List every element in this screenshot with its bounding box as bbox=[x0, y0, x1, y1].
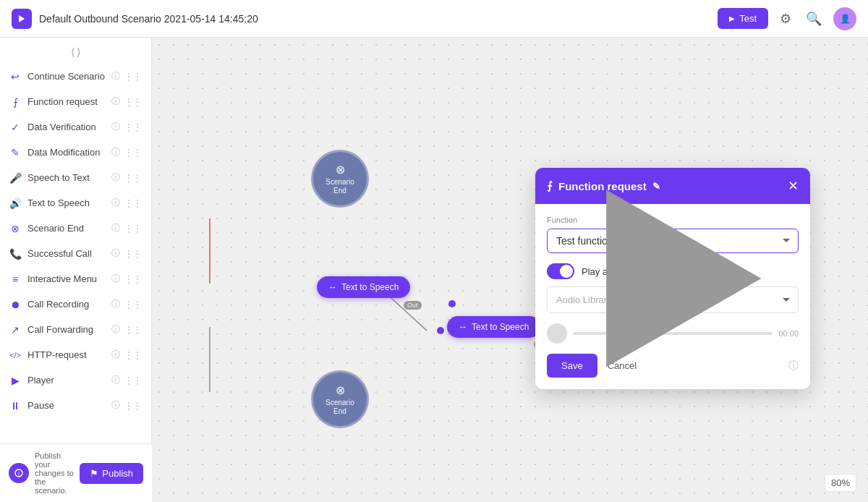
info-button[interactable]: ⓘ bbox=[111, 399, 121, 412]
drag-handle[interactable]: ⋮⋮ bbox=[124, 323, 142, 336]
item-actions: ⓘ ⋮⋮ bbox=[111, 69, 142, 83]
sidebar-item-player[interactable]: ▶ Player ⓘ ⋮⋮ bbox=[0, 367, 151, 393]
player-icon: ▶ bbox=[9, 375, 22, 386]
text-to-speech-node-1[interactable]: ↔ Text to Speech bbox=[317, 276, 410, 298]
sidebar-item-label: Continue Scenario bbox=[27, 71, 105, 82]
info-button[interactable]: ⓘ bbox=[111, 272, 121, 286]
info-button[interactable]: ⓘ bbox=[111, 95, 121, 109]
header: Default Outbound Scenario 2021-05-14 14:… bbox=[0, 0, 868, 38]
item-actions: ⓘ ⋮⋮ bbox=[111, 297, 142, 311]
scenario-end-node-1[interactable]: ⊗ ScenarioEnd bbox=[311, 150, 369, 208]
sidebar-item-label: Pause bbox=[27, 400, 105, 411]
svg-text:!: ! bbox=[18, 470, 20, 477]
panel-function-icon: ⨍ bbox=[547, 179, 553, 192]
drag-handle[interactable]: ⋮⋮ bbox=[124, 171, 142, 184]
scenario-end-icon: ⊗ bbox=[9, 223, 22, 234]
sidebar-item-label: Interactive Menu bbox=[27, 273, 105, 284]
sidebar-item-successful-call[interactable]: 📞 Successful Call ⓘ ⋮⋮ bbox=[0, 241, 151, 266]
tts-icon-2: ↔ bbox=[459, 322, 467, 332]
drag-handle[interactable]: ⋮⋮ bbox=[124, 221, 142, 235]
speech-to-text-icon: 🎤 bbox=[9, 172, 22, 184]
sidebar-item-label: Scenario End bbox=[27, 223, 105, 234]
sidebar-item-pause[interactable]: ⏸ Pause ⓘ ⋮⋮ bbox=[0, 393, 151, 418]
scenario-end-icon-node-2: ⊗ bbox=[336, 383, 345, 397]
panel-info-icon[interactable]: ⓘ bbox=[788, 360, 799, 373]
drag-handle[interactable]: ⋮⋮ bbox=[124, 348, 142, 362]
text-to-speech-node-2[interactable]: ↔ Text to Speech bbox=[447, 316, 540, 338]
drag-handle[interactable]: ⋮⋮ bbox=[124, 247, 142, 260]
sidebar-item-label: Speech to Text bbox=[27, 172, 105, 183]
drag-handle[interactable]: ⋮⋮ bbox=[124, 297, 142, 311]
audio-play-button[interactable] bbox=[547, 323, 567, 344]
play-audio-info-icon[interactable]: ⓘ bbox=[633, 265, 643, 278]
data-verification-icon: ✓ bbox=[9, 122, 22, 133]
sidebar-item-function-request[interactable]: ⨍ Function request ⓘ ⋮⋮ bbox=[0, 89, 151, 114]
drag-handle[interactable]: ⋮⋮ bbox=[124, 272, 142, 286]
sidebar-item-speech-to-text[interactable]: 🎤 Speech to Text ⓘ ⋮⋮ bbox=[0, 165, 151, 190]
info-button[interactable]: ⓘ bbox=[111, 145, 121, 159]
text-to-speech-icon: 🔊 bbox=[9, 197, 22, 209]
test-button[interactable]: ▶ Test bbox=[718, 8, 768, 29]
info-button[interactable]: ⓘ bbox=[111, 196, 121, 210]
info-button[interactable]: ⓘ bbox=[111, 247, 121, 260]
item-actions: ⓘ ⋮⋮ bbox=[111, 120, 142, 134]
drag-handle[interactable]: ⋮⋮ bbox=[124, 373, 142, 387]
sidebar-item-text-to-speech[interactable]: 🔊 Text to Speech ⓘ ⋮⋮ bbox=[0, 190, 151, 216]
info-button[interactable]: ⓘ bbox=[111, 120, 121, 134]
audio-progress-bar[interactable] bbox=[573, 332, 773, 335]
collapse-sidebar-button[interactable]: ⟨ ⟩ bbox=[71, 46, 81, 58]
sidebar-item-interactive-menu[interactable]: ≡ Interactive Menu ⓘ ⋮⋮ bbox=[0, 266, 151, 292]
drag-handle[interactable]: ⋮⋮ bbox=[124, 69, 142, 83]
drag-handle[interactable]: ⋮⋮ bbox=[124, 196, 142, 210]
drag-handle[interactable]: ⋮⋮ bbox=[124, 399, 142, 412]
drag-handle[interactable]: ⋮⋮ bbox=[124, 145, 142, 159]
toggle-row: Play audio ⓘ bbox=[547, 263, 799, 279]
sidebar-item-call-recording[interactable]: ⏺ Call Recording ⓘ ⋮⋮ bbox=[0, 292, 151, 317]
play-audio-toggle[interactable] bbox=[547, 263, 574, 279]
audio-library-select[interactable]: Audio Library bbox=[547, 286, 799, 313]
info-button[interactable]: ⓘ bbox=[111, 348, 121, 362]
function-request-panel: ⨍ Function request ✎ ✕ Function Test fun… bbox=[535, 168, 810, 389]
svg-marker-0 bbox=[19, 15, 25, 22]
search-icon[interactable]: 🔍 bbox=[803, 8, 825, 30]
sidebar-item-data-modification[interactable]: ✎ Data Modification ⓘ ⋮⋮ bbox=[0, 140, 151, 165]
panel-edit-icon[interactable]: ✎ bbox=[652, 181, 660, 192]
drag-handle[interactable]: ⋮⋮ bbox=[124, 95, 142, 109]
save-button[interactable]: Save bbox=[547, 354, 597, 378]
scenario-end-node-2[interactable]: ⊗ ScenarioEnd bbox=[311, 370, 369, 428]
sidebar-item-label: HTTP-request bbox=[27, 349, 105, 360]
scenario-end-label-2: ScenarioEnd bbox=[326, 399, 354, 416]
out-badge-1: Out bbox=[404, 301, 422, 310]
sidebar-item-label: Player bbox=[27, 375, 105, 386]
function-label: Function bbox=[547, 216, 799, 224]
info-button[interactable]: ⓘ bbox=[111, 297, 121, 311]
publish-description: Publish your changes to the scenario. bbox=[35, 451, 74, 495]
zoom-level: 80% bbox=[825, 474, 856, 492]
sidebar-toggle[interactable]: ⟨ ⟩ bbox=[0, 43, 151, 64]
sidebar-item-call-forwarding[interactable]: ↗ Call Forwarding ⓘ ⋮⋮ bbox=[0, 317, 151, 342]
drag-handle[interactable]: ⋮⋮ bbox=[124, 120, 142, 134]
publish-button[interactable]: ⚑ Publish bbox=[80, 463, 143, 484]
cancel-button[interactable]: Cancel bbox=[605, 354, 639, 378]
item-actions: ⓘ ⋮⋮ bbox=[111, 272, 142, 286]
user-avatar[interactable]: 👤 bbox=[833, 7, 856, 30]
sidebar-item-continue-scenario[interactable]: ↩ Continue Scenario ⓘ ⋮⋮ bbox=[0, 64, 151, 89]
item-actions: ⓘ ⋮⋮ bbox=[111, 221, 142, 235]
item-actions: ⓘ ⋮⋮ bbox=[111, 247, 142, 260]
info-button[interactable]: ⓘ bbox=[111, 323, 121, 336]
info-button[interactable]: ⓘ bbox=[111, 373, 121, 387]
panel-close-button[interactable]: ✕ bbox=[788, 178, 799, 194]
panel-header: ⨍ Function request ✎ ✕ bbox=[535, 168, 810, 204]
info-button[interactable]: ⓘ bbox=[111, 69, 121, 83]
sidebar-item-http-request[interactable]: </> HTTP-request ⓘ ⋮⋮ bbox=[0, 342, 151, 367]
panel-body: Function Test function Play audio ⓘ Audi… bbox=[535, 204, 810, 389]
function-select[interactable]: Test function bbox=[547, 229, 799, 253]
info-button[interactable]: ⓘ bbox=[111, 171, 121, 184]
info-button[interactable]: ⓘ bbox=[111, 221, 121, 235]
sidebar-item-data-verification[interactable]: ✓ Data Verification ⓘ ⋮⋮ bbox=[0, 114, 151, 140]
canvas: ⊗ ScenarioEnd ↔ Text to Speech Out ↔ Tex… bbox=[152, 38, 868, 502]
settings-icon[interactable]: ⚙ bbox=[777, 8, 794, 30]
sidebar-item-scenario-end[interactable]: ⊗ Scenario End ⓘ ⋮⋮ bbox=[0, 216, 151, 241]
sidebar-item-label: Data Verification bbox=[27, 122, 105, 132]
header-left: Default Outbound Scenario 2021-05-14 14:… bbox=[12, 9, 258, 29]
